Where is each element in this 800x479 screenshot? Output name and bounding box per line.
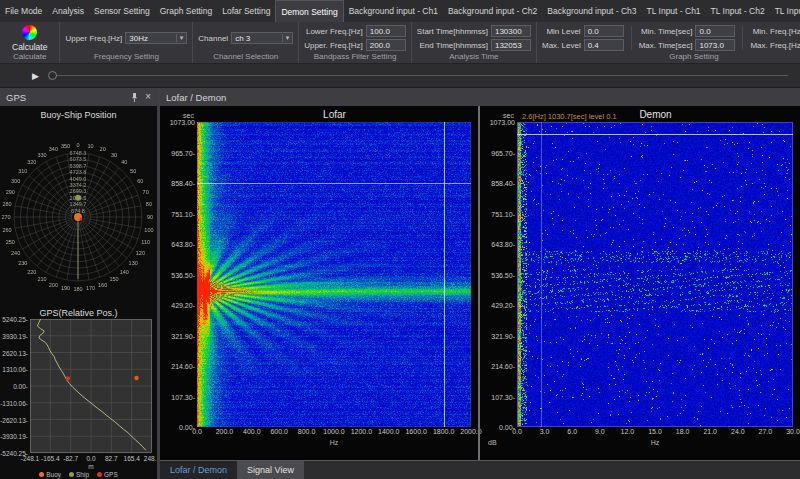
menu-item-background-input-ch2[interactable]: Background input - Ch2 <box>443 0 542 22</box>
menu-bar: File ModeAnalysisSensor SettingGraph Set… <box>0 0 800 22</box>
field-label: Start Time[hhmmss] <box>417 27 488 36</box>
field-value: 130300 <box>495 27 522 36</box>
input-upper-freq-hz[interactable]: 200.0 <box>366 39 406 51</box>
x-tick-label: 0.0 <box>192 428 202 435</box>
slider-track <box>50 75 788 76</box>
close-icon[interactable]: × <box>145 92 151 102</box>
y-tick-label: 214.60- <box>171 363 195 370</box>
legend-dot <box>97 472 102 477</box>
gps-chart-legend: BuoyShipGPS <box>0 471 157 478</box>
x-tick-label: 200.0 <box>216 428 234 435</box>
input-end-time-hhmmss[interactable]: 132053 <box>491 39 531 51</box>
ribbon-field-upper-freq-hz: Upper Freq.[Hz]30Hz▾ <box>65 32 187 44</box>
ribbon-field-upper-freq-hz: Upper. Freq.[Hz]200.0 <box>304 39 406 51</box>
field-value: 132053 <box>495 41 522 50</box>
dropdown-channel[interactable]: ch 3▾ <box>231 32 293 44</box>
menu-item-tl-input-ch3[interactable]: TL Input - Ch3 <box>770 0 800 22</box>
input-start-time-hhmmss[interactable]: 130300 <box>491 25 531 37</box>
x-tick-label: 800.0 <box>298 428 316 435</box>
y-tick-label: 751.10- <box>171 210 195 217</box>
ribbon-group-label: Analysis Time <box>417 52 531 62</box>
menu-item-background-input-ch1[interactable]: Background input - Ch1 <box>344 0 443 22</box>
document-tab-bar: Lofar / DemonSignal View <box>160 461 800 479</box>
y-tick-label: 107.30- <box>171 393 195 400</box>
x-tick-label: 9.0 <box>595 428 605 435</box>
y-tick-label: 858.40- <box>171 180 195 187</box>
menu-item-tl-input-ch2[interactable]: TL Input - Ch2 <box>706 0 770 22</box>
input-min-level[interactable]: 0.0 <box>584 25 624 37</box>
menu-item-graph-setting[interactable]: Graph Setting <box>155 0 217 22</box>
chevron-down-icon: ▾ <box>282 34 290 42</box>
playback-slider[interactable] <box>48 70 792 81</box>
slider-thumb[interactable] <box>48 71 57 80</box>
menu-item-tl-input-ch1[interactable]: TL Input - Ch1 <box>642 0 706 22</box>
field-label: Min. Time[sec] <box>641 27 693 36</box>
field-label: End Time[hhmmss] <box>420 41 488 50</box>
x-tick-label: -165.4 <box>41 455 59 462</box>
ribbon-group-label: Bandpass Filter Setting <box>304 52 406 62</box>
y-tick-label: 751.10- <box>491 210 515 217</box>
input-lower-freq-hz[interactable]: 100.0 <box>366 25 406 37</box>
gps-relative-chart: 5240.25-3930.19-2620.13-1310.06-0.00--13… <box>0 319 157 479</box>
menu-item-background-input-ch3[interactable]: Background input - Ch3 <box>542 0 641 22</box>
field-value: 1073.0 <box>699 41 723 50</box>
ribbon-field-max-freq-hz: Max. Freq.[Hz]30.0 <box>750 39 800 51</box>
gps-chart-y-axis: 5240.25-3930.19-2620.13-1310.06-0.00--13… <box>0 319 29 453</box>
group-divider <box>631 26 632 50</box>
gps-chart-x-unit: m <box>30 463 152 470</box>
ribbon-group-graph-setting: Min Level0.0Max. Level0.4Min. Time[sec]0… <box>537 22 800 63</box>
y-tick-label: -3930.19- <box>0 433 28 440</box>
legend-item-ship: Ship <box>69 471 89 478</box>
pin-icon[interactable] <box>130 92 139 103</box>
field-label: Min Level <box>546 27 580 36</box>
menu-item-demon-setting[interactable]: Demon Setting <box>275 0 343 22</box>
buoy-ship-polar-chart[interactable] <box>1 120 155 306</box>
y-tick-label: 643.80- <box>491 241 515 248</box>
ribbon-field-lower-freq-hz: Lower Freq.[Hz]100.0 <box>304 25 406 37</box>
input-max-level[interactable]: 0.4 <box>584 39 624 51</box>
gps-relative-plot[interactable] <box>30 319 152 453</box>
menu-item-sensor-setting[interactable]: Sensor Setting <box>89 0 155 22</box>
gps-panel-header: GPS × <box>0 88 157 106</box>
menu-item-file-mode[interactable]: File Mode <box>0 0 47 22</box>
ribbon-group-label: Calculate <box>5 52 54 62</box>
main-dock-panel: Lofar / Demon Lofar sec 1073.00965.70-85… <box>160 88 800 479</box>
bottom-tab-signal-view[interactable]: Signal View <box>237 461 304 479</box>
demon-plot[interactable] <box>517 122 793 427</box>
x-tick-label: 18.0 <box>676 428 690 435</box>
field-label: Max. Freq.[Hz] <box>750 41 800 50</box>
ribbon-group-label: Frequency Setting <box>65 52 187 62</box>
calculate-button[interactable]: Calculate <box>5 25 54 52</box>
ribbon-group-label: Channel Selection <box>198 52 293 62</box>
input-min-time-sec[interactable]: 0.0 <box>695 25 735 37</box>
menu-item-lofar-setting[interactable]: Lofar Setting <box>217 0 275 22</box>
field-label: Upper. Freq.[Hz] <box>304 41 363 50</box>
calculate-button-label: Calculate <box>12 42 47 52</box>
demon-x-axis: 0.03.06.09.012.015.018.021.024.027.030.0 <box>517 428 793 437</box>
x-tick-label: 21.0 <box>703 428 717 435</box>
ribbon-group-frequency-setting: Upper Freq.[Hz]30Hz▾Frequency Setting <box>60 22 193 63</box>
x-tick-label: 0.0 <box>512 428 522 435</box>
lofar-y-axis: 1073.00965.70-858.40-751.10-643.80-536.5… <box>162 122 196 427</box>
x-tick-label: 1600.0 <box>405 428 426 435</box>
lofar-chart: Lofar sec 1073.00965.70-858.40-751.10-64… <box>162 106 476 460</box>
y-tick-label: 429.20- <box>491 302 515 309</box>
lofar-x-axis: 0.0200.0400.0600.0800.01000.01200.01400.… <box>197 428 471 437</box>
lofar-plot[interactable] <box>197 122 471 427</box>
legend-dot <box>39 472 44 477</box>
legend-label: Ship <box>76 471 89 478</box>
y-tick-label: 1310.06- <box>2 366 28 373</box>
field-value: 200.0 <box>370 41 390 50</box>
x-tick-label: -248.1 <box>21 455 39 462</box>
y-tick-label: 1073.00 <box>170 119 195 126</box>
play-button[interactable]: ▶ <box>32 71 39 81</box>
ribbon-field-min-freq-hz: Min. Freq.[Hz]0.0 <box>750 25 800 37</box>
bottom-tab-lofar-demon[interactable]: Lofar / Demon <box>160 461 237 479</box>
input-max-time-sec[interactable]: 1073.0 <box>695 39 735 51</box>
app-window: File ModeAnalysisSensor SettingGraph Set… <box>0 0 800 479</box>
dropdown-upper-freq-hz[interactable]: 30Hz▾ <box>125 32 187 44</box>
menu-item-analysis[interactable]: Analysis <box>47 0 89 22</box>
x-tick-label: 0.0 <box>86 455 95 462</box>
y-tick-label: 643.80- <box>171 241 195 248</box>
y-tick-label: 858.40- <box>491 180 515 187</box>
